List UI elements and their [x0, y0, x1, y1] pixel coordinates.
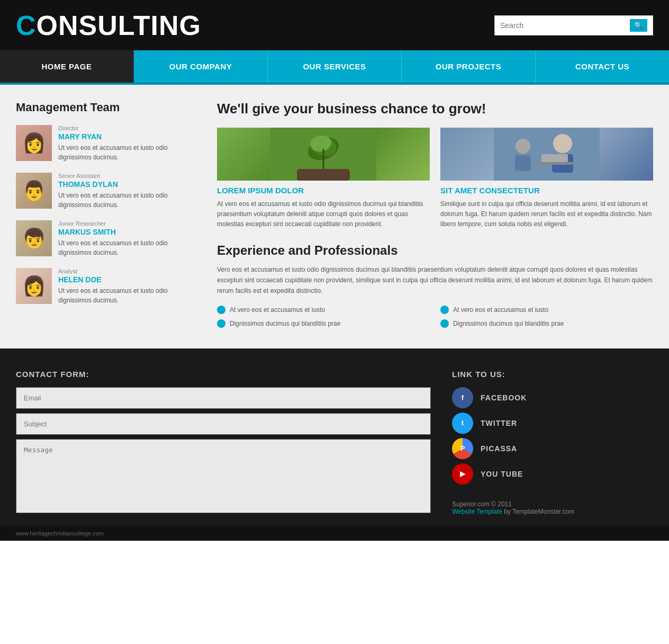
- template-link-anchor[interactable]: Website Template: [452, 508, 502, 515]
- svg-rect-5: [297, 169, 350, 181]
- bullet-item-3: At vero eos et accusamus et iusto: [440, 305, 653, 315]
- search-button[interactable]: 🔍: [630, 19, 647, 32]
- team-info-markus: Junior Researcher MARKUS SMITH Ut vero e…: [58, 220, 196, 257]
- article-img-person: [440, 128, 653, 181]
- header: CONSULTING 🔍: [0, 0, 669, 50]
- subject-input[interactable]: [16, 413, 431, 435]
- bullet-text-2: Dignissimos ducimus qui blanditiis prae: [230, 319, 340, 328]
- message-input[interactable]: [16, 439, 431, 513]
- bullet-text-3: At vero eos et accusamus et iusto: [453, 305, 548, 315]
- name-helen: HELEN DOE: [58, 275, 196, 284]
- link-to-us-title: LINK TO US:: [452, 370, 653, 379]
- bullet-item-4: Dignissimos ducimus qui blanditiis prae: [440, 319, 653, 328]
- management-title: Management Team: [16, 101, 196, 114]
- nav-item-services[interactable]: OUR SERVICES: [268, 50, 402, 83]
- team-member-helen: 👩 Analyst HELEN DOE Ut vero eos et accus…: [16, 268, 196, 305]
- credits-text: Superior.com © 2011: [452, 500, 653, 508]
- svg-rect-13: [515, 155, 531, 171]
- nav-item-projects[interactable]: OUR PROJECTS: [402, 50, 536, 83]
- nav-item-contact[interactable]: CONTACT US: [536, 50, 669, 83]
- team-info-mary: Director MARY RYAN Ut vero eos et accusa…: [58, 125, 196, 162]
- social-youtube[interactable]: ▶ YOU TUBE: [452, 463, 653, 485]
- article-lorem: LOREM IPSUM DOLOR At vero eos et accusam…: [217, 128, 430, 230]
- name-mary: MARY RYAN: [58, 132, 196, 141]
- social-picasa[interactable]: P PICASSA: [452, 438, 653, 459]
- social-links-section: LINK TO US: f FACEBOOK t TWITTER P PICAS…: [452, 370, 653, 515]
- youtube-icon: ▶: [452, 463, 473, 485]
- exp-title: Experience and Professionals: [217, 243, 653, 258]
- navigation: HOME PAGE OUR COMPANY OUR SERVICES OUR P…: [0, 50, 669, 85]
- team-photo-thomas: 👨: [16, 173, 52, 209]
- template-by: by TemplateMonster.com: [502, 508, 575, 515]
- articles-row: LOREM IPSUM DOLOR At vero eos et accusam…: [217, 128, 653, 230]
- social-twitter[interactable]: t TWITTER: [452, 413, 653, 434]
- bullet-dot-1: [217, 306, 225, 314]
- role-thomas: Senior Assistant: [58, 173, 196, 179]
- social-facebook[interactable]: f FACEBOOK: [452, 387, 653, 408]
- desc-thomas: Ut vero eos et accusamus et iusto odio d…: [58, 191, 196, 210]
- desc-markus: Ut vero eos et accusamus et iusto odio d…: [58, 238, 196, 257]
- team-member-mary: 👩 Director MARY RYAN Ut vero eos et accu…: [16, 125, 196, 162]
- role-helen: Analyst: [58, 268, 196, 274]
- avatar-mary: 👩: [16, 125, 52, 161]
- bullet-text-1: At vero eos et accusamus et iusto: [230, 305, 325, 315]
- team-info-thomas: Senior Assistant THOMAS DYLAN Ut vero eo…: [58, 173, 196, 210]
- bullet-item-1: At vero eos et accusamus et iusto: [217, 305, 430, 315]
- footer: CONTACT FORM: LINK TO US: f FACEBOOK t T…: [0, 348, 669, 526]
- svg-point-12: [516, 139, 530, 154]
- svg-rect-11: [541, 154, 568, 162]
- bullet-dot-2: [217, 319, 225, 328]
- avatar-markus: 👦: [16, 220, 52, 256]
- bullet-item-2: Dignissimos ducimus qui blanditiis prae: [217, 319, 430, 328]
- main-content: Management Team 👩 Director MARY RYAN Ut …: [0, 85, 669, 348]
- team-photo-markus: 👦: [16, 220, 52, 256]
- twitter-label: TWITTER: [481, 419, 517, 427]
- email-input[interactable]: [16, 387, 431, 409]
- team-info-helen: Analyst HELEN DOE Ut vero eos et accusam…: [58, 268, 196, 305]
- svg-rect-10: [536, 162, 573, 165]
- exp-text: Vero eos et accusamus et iusto odio dign…: [217, 264, 653, 297]
- article2-title[interactable]: SIT AMET CONSECTETUR: [440, 186, 653, 195]
- bullet-dot-3: [440, 306, 449, 314]
- bullet-dot-4: [440, 319, 449, 328]
- article1-text: At vero eos et accusamus et iusto odio d…: [217, 199, 430, 230]
- svg-point-8: [553, 134, 572, 153]
- logo: CONSULTING: [16, 10, 201, 41]
- search-bar[interactable]: 🔍: [494, 15, 653, 35]
- hero-title: We'll give your business chance to grow!: [217, 101, 653, 117]
- bullet-col-left: At vero eos et accusamus et iusto Dignis…: [217, 305, 430, 333]
- article2-text: Similique sunt in culpa qui officia dese…: [440, 199, 653, 230]
- template-link[interactable]: Website Template by TemplateMonster.com: [452, 508, 653, 515]
- desc-mary: Ut vero eos et accusamus et iusto odio d…: [58, 143, 196, 162]
- bullet-list: At vero eos et accusamus et iusto Dignis…: [217, 305, 653, 333]
- picasa-icon: P: [452, 438, 473, 459]
- logo-accent: C: [16, 10, 37, 41]
- footer-credits: Superior.com © 2011 Website Template by …: [452, 500, 653, 515]
- team-member-thomas: 👨 Senior Assistant THOMAS DYLAN Ut vero …: [16, 173, 196, 210]
- contact-form-title: CONTACT FORM:: [16, 370, 431, 379]
- nav-bar: HOME PAGE OUR COMPANY OUR SERVICES OUR P…: [0, 50, 669, 83]
- team-member-markus: 👦 Junior Researcher MARKUS SMITH Ut vero…: [16, 220, 196, 257]
- team-photo-helen: 👩: [16, 268, 52, 304]
- management-team-section: Management Team 👩 Director MARY RYAN Ut …: [16, 101, 196, 333]
- main-right-section: We'll give your business chance to grow!: [217, 101, 653, 333]
- picasa-label: PICASSA: [481, 444, 517, 453]
- logo-text: ONSULTING: [37, 10, 201, 41]
- avatar-helen: 👩: [16, 268, 52, 304]
- nav-item-home[interactable]: HOME PAGE: [0, 50, 134, 83]
- role-markus: Junior Researcher: [58, 220, 196, 227]
- nav-item-company[interactable]: OUR COMPANY: [134, 50, 268, 83]
- footer-bottom: www.heritagechristiancollege.com: [0, 526, 669, 541]
- article-img-plant: [217, 128, 430, 181]
- avatar-thomas: 👨: [16, 173, 52, 209]
- youtube-label: YOU TUBE: [481, 470, 523, 478]
- role-mary: Director: [58, 125, 196, 131]
- search-input[interactable]: [500, 21, 630, 30]
- article1-title[interactable]: LOREM IPSUM DOLOR: [217, 186, 430, 195]
- name-markus: MARKUS SMITH: [58, 228, 196, 236]
- facebook-label: FACEBOOK: [481, 393, 527, 402]
- team-photo-mary: 👩: [16, 125, 52, 161]
- bullet-col-right: At vero eos et accusamus et iusto Dignis…: [440, 305, 653, 333]
- desc-helen: Ut vero eos et accusamus et iusto odio d…: [58, 286, 196, 305]
- footer-url: www.heritagechristiancollege.com: [16, 530, 104, 536]
